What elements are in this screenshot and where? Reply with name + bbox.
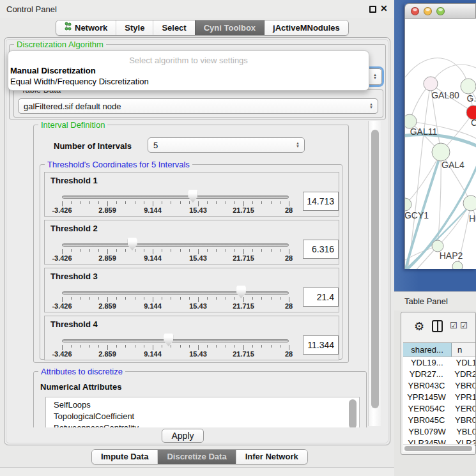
table-row[interactable]: YER054CYER0 (403, 403, 476, 415)
column-header-shared-name[interactable]: shared... (403, 343, 452, 357)
attribute-item[interactable]: SelfLoops (54, 399, 359, 411)
list-scrollbar-thumb[interactable] (349, 399, 357, 427)
settings-scrollbar-thumb[interactable] (371, 130, 379, 408)
network-window-titlebar[interactable] (404, 3, 476, 19)
stepper-icon: ▲▼ (373, 69, 377, 84)
tick-mark (234, 297, 235, 300)
table-row[interactable]: YDR27...YDR2 (403, 369, 476, 380)
slider-track[interactable] (62, 196, 289, 199)
threshold-value-field[interactable]: 11.344 (303, 335, 339, 355)
stepper-icon: ▲▼ (369, 99, 373, 113)
tab-label: Impute Data (101, 452, 148, 461)
attribute-item[interactable]: TopologicalCoefficient (54, 411, 359, 422)
table-row[interactable]: YBR045CYBR0 (403, 415, 476, 426)
node-label-GAL80: GAL80 (431, 90, 459, 100)
cell-shared-name: YDL19... (403, 357, 450, 369)
tick-mark (226, 201, 226, 204)
tick-mark (80, 249, 81, 252)
tab-impute-data[interactable]: Impute Data (92, 450, 157, 464)
tick-mark (171, 201, 171, 204)
gear-icon[interactable]: ⚙ (414, 319, 424, 334)
slider-thumb[interactable] (128, 238, 137, 250)
H-node[interactable] (463, 196, 476, 211)
slider-track[interactable] (62, 291, 289, 295)
threshold-4-slider[interactable]: -3.4262.8599.14415.4321.71528 (62, 333, 289, 360)
tab-style[interactable]: Style (116, 20, 153, 35)
threshold-value-field[interactable]: 21.4 (303, 288, 339, 307)
table-header-row: shared... n (403, 342, 476, 357)
tick-label: 9.144 (144, 254, 162, 262)
slider-thumb[interactable] (236, 286, 246, 298)
close-icon[interactable]: ✕ (380, 3, 388, 13)
node-top-right[interactable] (461, 79, 476, 94)
tick-mark (153, 201, 153, 206)
threshold-value-field[interactable]: 6.316 (303, 240, 339, 259)
tick-mark (107, 345, 108, 350)
tick-mark (107, 249, 108, 254)
tick-mark (153, 345, 153, 350)
tick-label: 2.859 (98, 206, 116, 214)
cell-name: YER0 (450, 403, 476, 415)
table-row[interactable]: YPR145WYPR1 (403, 392, 476, 403)
tick-mark (89, 345, 90, 348)
slider-track[interactable] (62, 243, 289, 247)
tick-mark (71, 249, 72, 252)
tick-mark (207, 201, 208, 204)
tick-label: 2.859 (98, 254, 116, 262)
slider-thumb[interactable] (164, 334, 173, 346)
attribute-item[interactable]: BetweennessCentrality (54, 422, 359, 427)
threshold-3-slider[interactable]: -3.4262.8599.14415.4321.71528 (62, 285, 289, 312)
numerical-attributes-list[interactable]: SelfLoopsTopologicalCoefficientBetweenne… (45, 397, 360, 427)
tick-mark (107, 201, 108, 206)
table-row[interactable]: YDL19...YDL1 (403, 357, 476, 369)
table-row[interactable]: YBR043CYBR0 (403, 380, 476, 392)
tick-mark (234, 249, 235, 252)
float-window-icon[interactable] (369, 6, 376, 13)
slider-track[interactable] (62, 339, 289, 342)
threshold-2-slider[interactable]: -3.4262.8599.14415.4321.71528 (62, 237, 289, 264)
tab-discretize-data[interactable]: Discretize Data (157, 450, 235, 464)
GAL80-node[interactable] (424, 77, 438, 91)
node-bottom[interactable] (452, 261, 463, 269)
close-traffic-light-icon[interactable] (411, 7, 419, 15)
tick-mark (116, 297, 117, 300)
table-hscrollbar-thumb[interactable] (404, 446, 472, 451)
tick-label: 15.43 (189, 302, 207, 310)
tab-label: Network (75, 20, 107, 35)
slider-thumb[interactable] (188, 190, 197, 203)
table-hscrollbar[interactable] (403, 444, 475, 452)
tick-mark (162, 201, 162, 204)
threshold-label: Threshold 1 (50, 176, 98, 185)
table-data-combo[interactable]: galFiltered.sif default node ▲▼ (18, 98, 378, 114)
tick-label: 28 (285, 350, 293, 358)
network-canvas[interactable]: GAL80G.CGAL11GAL4GCY1HHAP2 (404, 19, 476, 269)
GAL4-node[interactable] (432, 143, 450, 161)
interval-definition-group: Interval Definition Number of Intervals … (33, 125, 349, 363)
minimize-traffic-light-icon[interactable] (424, 7, 432, 15)
columns-icon[interactable] (432, 320, 443, 332)
tab-cyni-toolbox[interactable]: Cyni Toolbox (195, 20, 264, 35)
tick-mark (162, 249, 162, 252)
threshold-value-field[interactable]: 14.713 (303, 192, 339, 211)
settings-scrollbar[interactable] (368, 121, 381, 426)
table-row[interactable]: YBL079WYBL0 (403, 426, 476, 438)
checkbox-icon[interactable]: ☑ (450, 321, 457, 330)
column-header-name[interactable]: n (452, 343, 476, 357)
apply-button[interactable]: Apply (162, 429, 204, 443)
tab-select[interactable]: Select (153, 20, 194, 35)
zoom-traffic-light-icon[interactable] (436, 7, 445, 15)
tab-network[interactable]: Network (56, 20, 116, 35)
tick-label: 2.859 (98, 350, 116, 358)
tab-jactivemnodules[interactable]: jActiveMNodules (264, 20, 348, 35)
algorithm-option-equal-width[interactable]: Equal Width/Frequency Discretization (10, 77, 149, 86)
number-of-intervals-label: Number of Intervals (54, 141, 132, 151)
algorithm-option-manual[interactable]: Manual Discretization (10, 66, 96, 75)
cell-name: YBL0 (451, 426, 476, 438)
number-of-intervals-combo[interactable]: 5 ▲▼ (148, 137, 305, 153)
tab-infer-network[interactable]: Infer Network (236, 450, 307, 464)
GCY1-node[interactable] (405, 198, 411, 211)
checkbox-icon[interactable]: ☑ (460, 321, 468, 330)
tick-mark (162, 345, 162, 348)
right-side: GAL80G.CGAL11GAL4GCY1HHAP2 Table Panel ⚙… (394, 0, 476, 476)
threshold-1-slider[interactable]: -3.4262.8599.14415.4321.71528 (62, 189, 289, 216)
